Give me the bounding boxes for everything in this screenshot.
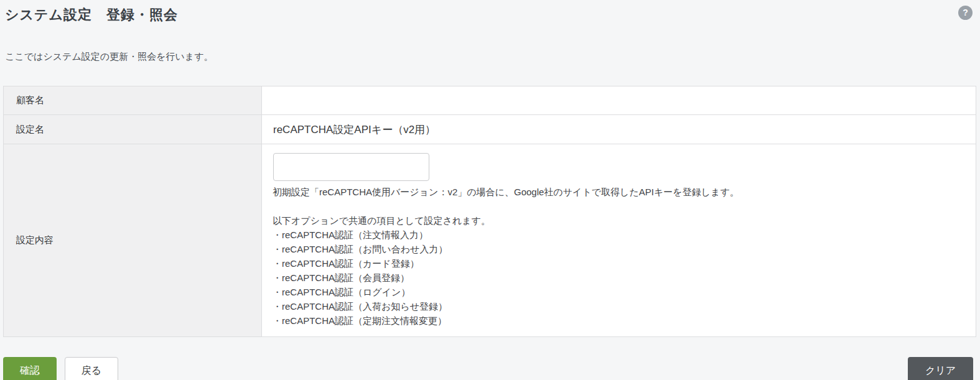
customer-name-label: 顧客名 [4, 86, 262, 114]
clear-button[interactable]: クリア [908, 357, 973, 380]
setting-content-label: 設定内容 [4, 144, 262, 336]
option-item-recurring-order: ・reCAPTCHA認証（定期注文情報変更） [273, 313, 963, 328]
option-item-login: ・reCAPTCHA認証（ログイン） [273, 285, 963, 299]
table-row-setting-content: 設定内容 初期設定「reCAPTCHA使用バージョン：v2」の場合に、Googl… [4, 144, 976, 336]
option-item-restock-notice: ・reCAPTCHA認証（入荷お知らせ登録） [273, 299, 963, 313]
settings-table: 顧客名 設定名 reCAPTCHA設定APIキー（v2用） 設定内容 初期設定「… [3, 86, 976, 337]
setting-content-cell: 初期設定「reCAPTCHA使用バージョン：v2」の場合に、Google社のサイ… [262, 144, 976, 336]
customer-name-value [262, 86, 976, 114]
option-item-card-registration: ・reCAPTCHA認証（カード登録） [273, 256, 963, 271]
options-intro: 以下オプションで共通の項目として設定されます。 [273, 213, 963, 228]
help-icon[interactable]: ? [958, 6, 973, 20]
api-key-input[interactable] [273, 153, 429, 181]
page-subtitle: ここではシステム設定の更新・照会を行います。 [5, 51, 975, 63]
confirm-button[interactable]: 確認 [3, 357, 57, 380]
table-row-setting-name: 設定名 reCAPTCHA設定APIキー（v2用） [4, 115, 976, 144]
setting-description: 初期設定「reCAPTCHA使用バージョン：v2」の場合に、Google社のサイ… [273, 185, 963, 199]
option-item-order-info: ・reCAPTCHA認証（注文情報入力） [273, 228, 963, 242]
setting-name-value: reCAPTCHA設定APIキー（v2用） [262, 115, 976, 144]
option-item-inquiry: ・reCAPTCHA認証（お問い合わせ入力） [273, 242, 963, 256]
table-row-customer-name: 顧客名 [4, 86, 976, 115]
page-header: システム設定 登録・照会 ? ここではシステム設定の更新・照会を行います。 [0, 0, 980, 63]
blank-line [273, 199, 963, 213]
button-bar: 確認 戻る クリア [3, 357, 973, 380]
option-item-member-registration: ・reCAPTCHA認証（会員登録） [273, 271, 963, 285]
setting-name-label: 設定名 [4, 115, 262, 144]
system-settings-page: システム設定 登録・照会 ? ここではシステム設定の更新・照会を行います。 顧客… [0, 0, 980, 380]
back-button[interactable]: 戻る [65, 357, 118, 380]
page-title: システム設定 登録・照会 [5, 6, 975, 24]
